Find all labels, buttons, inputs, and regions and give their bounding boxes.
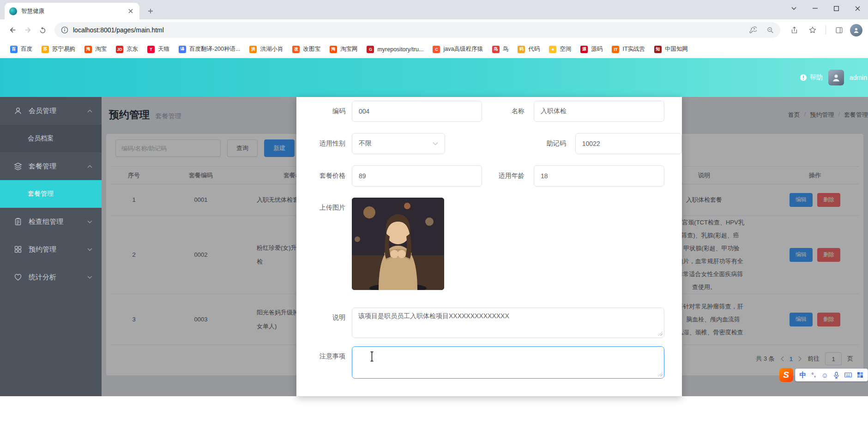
url-text[interactable]: localhost:8001/pages/main.html — [73, 26, 745, 34]
reload-icon[interactable] — [35, 23, 50, 37]
age-field[interactable] — [534, 165, 664, 187]
sidebar-item-appointment-management[interactable]: 预约管理 — [0, 236, 102, 263]
uploaded-image[interactable] — [352, 198, 444, 290]
tab-close-icon[interactable] — [127, 7, 135, 15]
bookmark-label: 改图宝 — [303, 45, 320, 53]
package-edit-dialog: 编码 名称 适用性别 不限 助记码 套餐价格 适用年龄 上传图片 — [296, 97, 682, 396]
bookmark-label: 淘宝网 — [340, 45, 358, 53]
code-field[interactable] — [352, 101, 482, 122]
bookmark-item[interactable]: C java高级程序猿 — [429, 43, 486, 55]
bookmark-favicon: G — [367, 46, 374, 53]
resize-grip-icon[interactable] — [658, 331, 663, 336]
bookmark-favicon: 苏 — [42, 46, 49, 53]
ime-toolbar: S 中 °, ☺ — [779, 368, 868, 382]
bookmark-item[interactable]: 淘 淘宝网 — [326, 43, 362, 55]
bookmark-label: 洪湖小肖 — [260, 45, 283, 53]
ime-language-toggle[interactable]: 中 — [800, 371, 807, 380]
ime-emoji-button[interactable]: ☺ — [821, 371, 828, 379]
info-circle-icon — [800, 74, 807, 81]
bookmark-label: 百度 — [21, 45, 32, 53]
help-button[interactable]: 帮助 — [800, 73, 823, 82]
heart-icon — [14, 273, 22, 281]
bookmark-item[interactable]: 源 源码 — [577, 43, 606, 55]
bookmark-favicon: 码 — [518, 46, 525, 53]
sidebar-item-label: 会员管理 — [29, 107, 56, 115]
sidebar: 会员管理 会员档案 套餐管理 套餐管理 — [0, 97, 102, 396]
bookmark-star-icon[interactable] — [805, 23, 820, 37]
text-cursor-icon — [369, 351, 374, 363]
bookmark-label: 鸟 — [503, 45, 509, 53]
bookmark-item[interactable]: 鸟 鸟 — [488, 43, 512, 55]
mnemonic-field[interactable] — [575, 133, 682, 154]
back-icon[interactable] — [6, 23, 20, 37]
zoom-icon[interactable] — [763, 23, 778, 37]
password-key-icon[interactable] — [745, 23, 760, 37]
description-textarea[interactable]: 该项目是职员员工入职体检项目XXXXXXXXXXXXXX — [352, 308, 664, 338]
microphone-icon[interactable] — [833, 372, 839, 379]
bookmark-favicon: JD — [116, 46, 123, 53]
bookmark-item[interactable]: T 天猫 — [144, 43, 173, 55]
minimize-button[interactable] — [804, 0, 826, 17]
side-panel-icon[interactable] — [832, 23, 846, 37]
sidebar-item-package-management-group[interactable]: 套餐管理 — [0, 152, 102, 180]
chevron-up-icon — [87, 165, 92, 168]
sidebar-item-package-management[interactable]: 套餐管理 — [0, 180, 102, 208]
sogou-logo-icon[interactable]: S — [779, 368, 793, 382]
bookmark-item[interactable]: 百 百度 — [6, 43, 36, 55]
name-field[interactable] — [534, 101, 664, 122]
browser-toolbar: localhost:8001/pages/main.html — [0, 19, 868, 41]
bookmark-label: 代码 — [528, 45, 540, 53]
price-field[interactable] — [352, 165, 482, 187]
sidebar-item-statistics[interactable]: 统计分析 — [0, 263, 102, 291]
bookmark-favicon: C — [433, 46, 440, 53]
url-bar[interactable]: localhost:8001/pages/main.html — [54, 22, 780, 38]
bookmark-item[interactable]: JD 京东 — [112, 43, 142, 55]
ime-toolbox-icon[interactable] — [857, 372, 863, 378]
tab-search-icon[interactable] — [783, 0, 804, 17]
bookmark-item[interactable]: G myrepository/tru... — [363, 43, 427, 55]
username-label[interactable]: admin — [850, 74, 867, 81]
bookmark-item[interactable]: 洪 洪湖小肖 — [246, 43, 287, 55]
share-icon[interactable] — [787, 23, 802, 37]
bookmark-favicon: 淘 — [84, 46, 92, 53]
bookmark-item[interactable]: 码 代码 — [514, 43, 543, 55]
chevron-up-icon — [87, 109, 92, 113]
close-window-button[interactable] — [847, 0, 868, 17]
maximize-button[interactable] — [826, 0, 847, 17]
new-tab-button[interactable] — [144, 5, 157, 18]
notes-textarea[interactable] — [352, 346, 664, 379]
bookmark-favicon: 译 — [179, 46, 186, 53]
keyboard-icon[interactable] — [844, 372, 852, 378]
bookmark-item[interactable]: 苏 苏宁易购 — [38, 43, 79, 55]
browser-tab[interactable]: 智慧健康 — [5, 3, 139, 19]
resize-grip-icon[interactable] — [658, 372, 663, 376]
browser-profile-avatar[interactable] — [850, 24, 862, 36]
bookmark-favicon: ★ — [549, 46, 556, 53]
ime-punctuation-toggle[interactable]: °, — [812, 372, 816, 378]
bookmark-item[interactable]: ★ 空间 — [545, 43, 575, 55]
chevron-down-icon — [87, 276, 92, 279]
user-avatar[interactable] — [828, 70, 844, 85]
bookmark-label: 天猫 — [158, 45, 169, 53]
bookmark-label: 京东 — [127, 45, 138, 53]
sidebar-item-member-files[interactable]: 会员档案 — [0, 125, 102, 152]
sidebar-item-member-management[interactable]: 会员管理 — [0, 97, 102, 125]
sidebar-item-checkgroup-management[interactable]: 检查组管理 — [0, 208, 102, 236]
bookmark-favicon: IT — [612, 46, 619, 53]
bookmark-favicon: 洪 — [249, 46, 257, 53]
bookmark-item[interactable]: 淘 淘宝 — [81, 43, 110, 55]
forward-icon[interactable] — [20, 23, 35, 37]
bookmark-item[interactable]: 译 百度翻译-200种语... — [175, 43, 244, 55]
page-info-icon[interactable] — [61, 26, 68, 34]
bookmark-favicon: 鸟 — [492, 46, 500, 53]
bookmark-favicon: 知 — [654, 46, 662, 53]
bookmark-favicon: 百 — [10, 46, 18, 53]
gender-select[interactable]: 不限 — [352, 133, 445, 154]
bookmark-item[interactable]: 知 中国知网 — [651, 43, 692, 55]
name-label: 名称 — [482, 107, 529, 115]
toolbar-divider — [826, 25, 826, 35]
upload-label: 上传图片 — [296, 198, 352, 212]
user-icon — [14, 107, 22, 115]
bookmark-item[interactable]: IT IT实战营 — [608, 43, 649, 55]
bookmark-item[interactable]: 改 改图宝 — [289, 43, 324, 55]
